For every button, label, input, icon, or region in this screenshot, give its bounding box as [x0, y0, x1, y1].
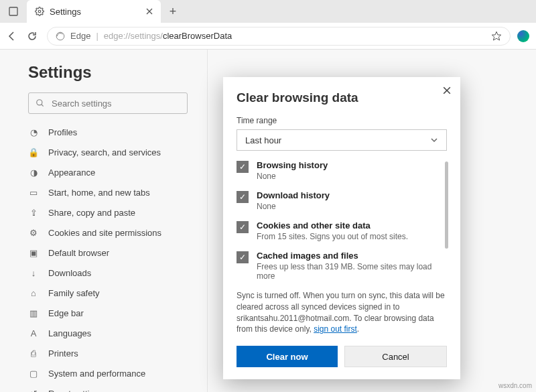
- sidebar-item-share[interactable]: ⇪Share, copy and paste: [28, 202, 188, 222]
- profile-icon: ◔: [28, 127, 39, 137]
- option-cached[interactable]: ✓ Cached images and filesFrees up less t…: [237, 251, 447, 281]
- language-icon: A: [28, 328, 39, 338]
- toolbar: Edge | edge://settings/clearBrowserData: [0, 23, 536, 50]
- family-icon: ⌂: [28, 288, 39, 298]
- system-icon: ▢: [28, 369, 39, 379]
- appearance-icon: ◑: [28, 168, 39, 178]
- svg-point-4: [37, 100, 42, 105]
- sidebar-item-privacy[interactable]: 🔒Privacy, search, and services: [28, 142, 188, 162]
- checkbox-checked-icon[interactable]: ✓: [237, 161, 249, 173]
- gear-icon: [35, 7, 44, 16]
- sign-out-link[interactable]: sign out first: [314, 324, 357, 334]
- share-icon: ⇪: [28, 208, 39, 218]
- page-title: Settings: [28, 63, 202, 82]
- url-prefix: edge://settings/: [104, 31, 163, 41]
- sidebar-item-system[interactable]: ▢System and performance: [28, 363, 188, 383]
- favorite-button[interactable]: [491, 31, 502, 42]
- svg-point-2: [56, 32, 64, 40]
- checkbox-checked-icon[interactable]: ✓: [237, 191, 249, 203]
- search-icon: [36, 99, 45, 108]
- chevron-down-icon: [430, 136, 438, 144]
- lock-icon: 🔒: [28, 147, 39, 157]
- tab-title: Settings: [50, 7, 81, 17]
- clear-now-button[interactable]: Clear now: [237, 346, 338, 367]
- sidebar-item-profiles[interactable]: ◔Profiles: [28, 122, 188, 142]
- browser-icon: ▣: [28, 248, 39, 258]
- sidebar-item-languages[interactable]: ALanguages: [28, 323, 188, 343]
- sidebar-item-edgebar[interactable]: ▥Edge bar: [28, 303, 188, 323]
- svg-line-5: [42, 105, 44, 107]
- tabs-icon: ▭: [28, 188, 39, 198]
- back-button[interactable]: [7, 31, 20, 42]
- time-range-value: Last hour: [245, 135, 281, 145]
- checkbox-checked-icon[interactable]: ✓: [237, 251, 249, 263]
- svg-point-1: [38, 10, 41, 13]
- cookies-icon: ⚙: [28, 228, 39, 238]
- edgebar-icon: ▥: [28, 308, 39, 318]
- sidebar-item-family[interactable]: ⌂Family safety: [28, 283, 188, 303]
- close-tab-button[interactable]: [146, 8, 153, 15]
- download-icon: ↓: [28, 268, 39, 278]
- watermark: wsxdn.com: [498, 382, 532, 389]
- scrollbar[interactable]: [445, 161, 448, 249]
- sidebar-item-printers[interactable]: ⎙Printers: [28, 343, 188, 363]
- browser-tab[interactable]: Settings: [27, 0, 161, 23]
- profile-icon[interactable]: [517, 30, 529, 42]
- time-range-select[interactable]: Last hour: [237, 129, 447, 151]
- search-settings-input[interactable]: Search settings: [28, 92, 188, 114]
- dialog-title: Clear browsing data: [237, 90, 447, 105]
- sidebar-item-start[interactable]: ▭Start, home, and new tabs: [28, 182, 188, 202]
- reset-icon: ↺: [28, 389, 39, 393]
- sync-notice: Sync is turned off. When you turn on syn…: [237, 290, 447, 335]
- new-tab-button[interactable]: +: [163, 5, 182, 19]
- svg-rect-0: [9, 7, 17, 15]
- sidebar-item-reset[interactable]: ↺Reset settings: [28, 383, 188, 392]
- sidebar-item-downloads[interactable]: ↓Downloads: [28, 263, 188, 283]
- search-placeholder: Search settings: [52, 99, 112, 109]
- address-bar[interactable]: Edge | edge://settings/clearBrowserData: [47, 27, 511, 46]
- edge-icon: [56, 31, 65, 41]
- titlebar: Settings +: [0, 0, 536, 23]
- printer-icon: ⎙: [28, 348, 39, 358]
- option-cookies[interactable]: ✓ Cookies and other site dataFrom 15 sit…: [237, 220, 447, 241]
- checkbox-checked-icon[interactable]: ✓: [237, 221, 249, 233]
- clear-browsing-data-dialog: Clear browsing data Time range Last hour…: [223, 77, 460, 379]
- sidebar-item-cookies[interactable]: ⚙Cookies and site permissions: [28, 222, 188, 243]
- settings-sidebar: Settings Search settings ◔Profiles 🔒Priv…: [0, 50, 208, 392]
- address-brand: Edge: [70, 31, 90, 41]
- url-path: clearBrowserData: [163, 31, 232, 41]
- close-dialog-button[interactable]: [443, 86, 451, 94]
- tab-overview-button[interactable]: [4, 2, 23, 21]
- sidebar-item-default-browser[interactable]: ▣Default browser: [28, 243, 188, 263]
- refresh-button[interactable]: [27, 31, 40, 42]
- svg-marker-3: [492, 31, 500, 40]
- cancel-button[interactable]: Cancel: [344, 346, 447, 367]
- option-browsing-history[interactable]: ✓ Browsing historyNone: [237, 160, 447, 181]
- time-range-label: Time range: [237, 116, 447, 125]
- option-download-history[interactable]: ✓ Download historyNone: [237, 190, 447, 211]
- sidebar-item-appearance[interactable]: ◑Appearance: [28, 162, 188, 182]
